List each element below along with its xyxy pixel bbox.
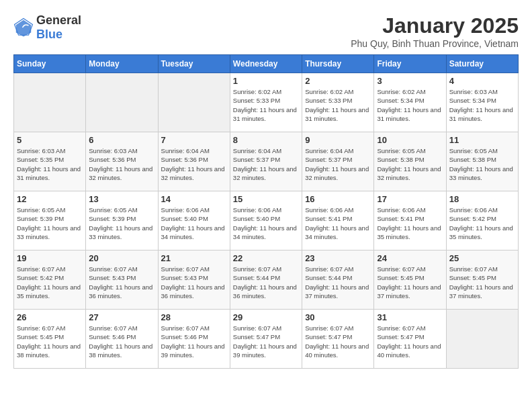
calendar-cell: 28Sunrise: 6:07 AMSunset: 5:46 PMDayligh… <box>158 310 230 369</box>
day-info: Sunrise: 6:07 AMSunset: 5:47 PMDaylight:… <box>305 324 371 359</box>
location-subtitle: Phu Quy, Binh Thuan Province, Vietnam <box>351 38 519 49</box>
day-number: 12 <box>17 194 83 204</box>
day-number: 7 <box>161 135 227 145</box>
day-info: Sunrise: 6:07 AMSunset: 5:46 PMDaylight:… <box>161 324 227 359</box>
calendar-table: SundayMondayTuesdayWednesdayThursdayFrid… <box>13 54 519 369</box>
calendar-cell: 9Sunrise: 6:04 AMSunset: 5:37 PMDaylight… <box>302 132 374 191</box>
calendar-body: 1Sunrise: 6:02 AMSunset: 5:33 PMDaylight… <box>14 73 519 369</box>
day-number: 19 <box>17 253 83 263</box>
header-day-saturday: Saturday <box>446 55 518 73</box>
calendar-cell: 31Sunrise: 6:07 AMSunset: 5:47 PMDayligh… <box>374 310 446 369</box>
header-day-thursday: Thursday <box>302 55 374 73</box>
calendar-cell <box>14 73 86 132</box>
title-block: January 2025 Phu Quy, Binh Thuan Provinc… <box>351 13 519 49</box>
calendar-cell: 25Sunrise: 6:07 AMSunset: 5:45 PMDayligh… <box>446 250 518 310</box>
day-number: 23 <box>305 253 371 263</box>
day-info: Sunrise: 6:04 AMSunset: 5:37 PMDaylight:… <box>305 146 371 182</box>
page-header: General Blue January 2025 Phu Quy, Binh … <box>13 13 519 49</box>
day-number: 22 <box>233 253 299 263</box>
day-number: 5 <box>17 135 83 145</box>
calendar-cell: 14Sunrise: 6:06 AMSunset: 5:40 PMDayligh… <box>158 191 230 250</box>
calendar-cell: 18Sunrise: 6:06 AMSunset: 5:42 PMDayligh… <box>446 191 518 250</box>
calendar-cell: 10Sunrise: 6:05 AMSunset: 5:38 PMDayligh… <box>374 132 446 191</box>
day-number: 9 <box>305 135 371 145</box>
logo-text: General Blue <box>36 13 81 42</box>
calendar-cell: 17Sunrise: 6:06 AMSunset: 5:41 PMDayligh… <box>374 191 446 250</box>
day-info: Sunrise: 6:04 AMSunset: 5:36 PMDaylight:… <box>161 146 227 182</box>
day-info: Sunrise: 6:02 AMSunset: 5:33 PMDaylight:… <box>305 87 371 123</box>
day-number: 1 <box>233 76 299 86</box>
calendar-cell: 23Sunrise: 6:07 AMSunset: 5:44 PMDayligh… <box>302 250 374 310</box>
header-day-tuesday: Tuesday <box>158 55 230 73</box>
day-number: 25 <box>449 253 515 263</box>
day-number: 4 <box>449 76 515 86</box>
calendar-cell: 20Sunrise: 6:07 AMSunset: 5:43 PMDayligh… <box>86 250 158 310</box>
calendar-cell: 1Sunrise: 6:02 AMSunset: 5:33 PMDaylight… <box>230 73 302 132</box>
calendar-cell: 30Sunrise: 6:07 AMSunset: 5:47 PMDayligh… <box>302 310 374 369</box>
calendar-cell <box>158 73 230 132</box>
day-info: Sunrise: 6:03 AMSunset: 5:36 PMDaylight:… <box>89 146 154 182</box>
day-info: Sunrise: 6:07 AMSunset: 5:45 PMDaylight:… <box>17 324 83 359</box>
day-info: Sunrise: 6:05 AMSunset: 5:38 PMDaylight:… <box>377 146 443 182</box>
day-number: 30 <box>305 312 371 322</box>
calendar-cell: 22Sunrise: 6:07 AMSunset: 5:44 PMDayligh… <box>230 250 302 310</box>
day-number: 13 <box>89 194 154 204</box>
day-number: 18 <box>449 194 515 204</box>
day-number: 3 <box>377 76 443 86</box>
day-info: Sunrise: 6:07 AMSunset: 5:42 PMDaylight:… <box>17 265 83 300</box>
calendar-cell: 27Sunrise: 6:07 AMSunset: 5:46 PMDayligh… <box>86 310 158 369</box>
week-row-4: 19Sunrise: 6:07 AMSunset: 5:42 PMDayligh… <box>14 250 519 310</box>
calendar-cell <box>446 310 518 369</box>
calendar-cell: 8Sunrise: 6:04 AMSunset: 5:37 PMDaylight… <box>230 132 302 191</box>
day-info: Sunrise: 6:05 AMSunset: 5:38 PMDaylight:… <box>449 146 515 182</box>
week-row-5: 26Sunrise: 6:07 AMSunset: 5:45 PMDayligh… <box>14 310 519 369</box>
day-info: Sunrise: 6:07 AMSunset: 5:45 PMDaylight:… <box>449 265 515 300</box>
day-info: Sunrise: 6:06 AMSunset: 5:40 PMDaylight:… <box>233 205 299 241</box>
day-number: 27 <box>89 312 154 322</box>
calendar-cell: 11Sunrise: 6:05 AMSunset: 5:38 PMDayligh… <box>446 132 518 191</box>
day-number: 17 <box>377 194 443 204</box>
day-info: Sunrise: 6:04 AMSunset: 5:37 PMDaylight:… <box>233 146 299 182</box>
calendar-cell: 15Sunrise: 6:06 AMSunset: 5:40 PMDayligh… <box>230 191 302 250</box>
day-number: 10 <box>377 135 443 145</box>
day-info: Sunrise: 6:02 AMSunset: 5:33 PMDaylight:… <box>233 87 299 123</box>
day-info: Sunrise: 6:07 AMSunset: 5:45 PMDaylight:… <box>377 265 443 300</box>
day-number: 11 <box>449 135 515 145</box>
day-info: Sunrise: 6:02 AMSunset: 5:34 PMDaylight:… <box>377 87 443 123</box>
month-title: January 2025 <box>351 13 519 38</box>
day-number: 26 <box>17 312 83 322</box>
calendar-cell: 5Sunrise: 6:03 AMSunset: 5:35 PMDaylight… <box>14 132 86 191</box>
day-number: 6 <box>89 135 154 145</box>
day-info: Sunrise: 6:07 AMSunset: 5:43 PMDaylight:… <box>161 265 227 300</box>
day-number: 28 <box>161 312 227 322</box>
header-day-friday: Friday <box>374 55 446 73</box>
calendar-cell: 2Sunrise: 6:02 AMSunset: 5:33 PMDaylight… <box>302 73 374 132</box>
week-row-2: 5Sunrise: 6:03 AMSunset: 5:35 PMDaylight… <box>14 132 519 191</box>
calendar-cell <box>86 73 158 132</box>
logo-icon <box>13 17 34 38</box>
calendar-cell: 7Sunrise: 6:04 AMSunset: 5:36 PMDaylight… <box>158 132 230 191</box>
calendar-cell: 24Sunrise: 6:07 AMSunset: 5:45 PMDayligh… <box>374 250 446 310</box>
day-info: Sunrise: 6:05 AMSunset: 5:39 PMDaylight:… <box>17 205 83 241</box>
header-day-wednesday: Wednesday <box>230 55 302 73</box>
day-info: Sunrise: 6:06 AMSunset: 5:41 PMDaylight:… <box>377 205 443 241</box>
day-info: Sunrise: 6:03 AMSunset: 5:35 PMDaylight:… <box>17 146 83 182</box>
week-row-1: 1Sunrise: 6:02 AMSunset: 5:33 PMDaylight… <box>14 73 519 132</box>
header-day-sunday: Sunday <box>14 55 86 73</box>
calendar-cell: 19Sunrise: 6:07 AMSunset: 5:42 PMDayligh… <box>14 250 86 310</box>
calendar-header: SundayMondayTuesdayWednesdayThursdayFrid… <box>14 55 519 73</box>
day-number: 31 <box>377 312 443 322</box>
day-number: 2 <box>305 76 371 86</box>
day-number: 16 <box>305 194 371 204</box>
calendar-cell: 26Sunrise: 6:07 AMSunset: 5:45 PMDayligh… <box>14 310 86 369</box>
header-row: SundayMondayTuesdayWednesdayThursdayFrid… <box>14 55 519 73</box>
day-info: Sunrise: 6:07 AMSunset: 5:47 PMDaylight:… <box>233 324 299 359</box>
day-info: Sunrise: 6:07 AMSunset: 5:44 PMDaylight:… <box>233 265 299 300</box>
week-row-3: 12Sunrise: 6:05 AMSunset: 5:39 PMDayligh… <box>14 191 519 250</box>
day-number: 29 <box>233 312 299 322</box>
calendar-cell: 4Sunrise: 6:03 AMSunset: 5:34 PMDaylight… <box>446 73 518 132</box>
calendar-cell: 13Sunrise: 6:05 AMSunset: 5:39 PMDayligh… <box>86 191 158 250</box>
day-number: 20 <box>89 253 154 263</box>
logo: General Blue <box>13 13 81 42</box>
day-info: Sunrise: 6:07 AMSunset: 5:43 PMDaylight:… <box>89 265 154 300</box>
